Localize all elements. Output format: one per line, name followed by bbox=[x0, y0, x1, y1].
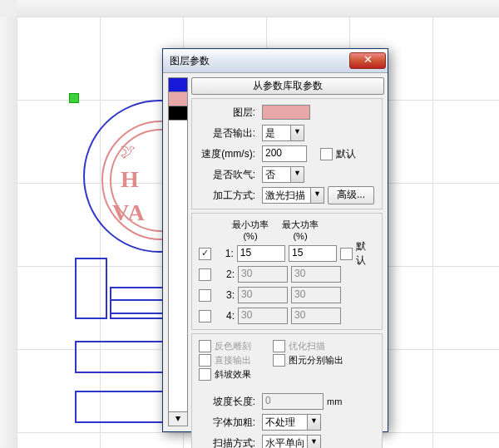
mode-combo[interactable]: 激光扫描▼ bbox=[262, 187, 324, 204]
slope-len-label: 坡度长度: bbox=[199, 395, 259, 409]
p1-max-input[interactable]: 15 bbox=[289, 245, 337, 262]
mode-label: 加工方式: bbox=[199, 189, 259, 203]
p4-checkbox[interactable] bbox=[199, 310, 211, 322]
layer-params-dialog: 图层参数 ▾ 从参数库取参数 图层: 是否输出: 是▼ 速度(mm/s): 20… bbox=[162, 48, 388, 432]
neg-engrave-checkbox[interactable] bbox=[199, 340, 211, 352]
elem-out-checkbox[interactable] bbox=[273, 354, 285, 367]
power-default-label: 默认 bbox=[356, 239, 375, 268]
layer-label: 图层: bbox=[199, 106, 259, 120]
p1-label: 1: bbox=[215, 248, 234, 259]
p4-max-input: 30 bbox=[291, 308, 341, 324]
dialog-titlebar[interactable]: 图层参数 bbox=[163, 49, 388, 73]
close-button[interactable] bbox=[349, 52, 386, 69]
slope-checkbox[interactable] bbox=[199, 368, 211, 381]
blow-combo[interactable]: 否▼ bbox=[262, 166, 304, 183]
basic-group: 图层: 是否输出: 是▼ 速度(mm/s): 200 默认 是否吹气: 否▼ 加… bbox=[191, 98, 383, 209]
direct-out-checkbox[interactable] bbox=[199, 354, 211, 367]
swatch-black[interactable] bbox=[169, 106, 187, 121]
power-header: 最小功率(%)最大功率(%) bbox=[199, 219, 375, 241]
heart-text-2: VA bbox=[112, 199, 146, 226]
selection-handle[interactable] bbox=[69, 93, 79, 103]
layer-color-chip[interactable] bbox=[262, 105, 310, 120]
ruler-vertical bbox=[0, 17, 17, 448]
scan-group: 反色雕刻 直接输出 斜坡效果 优化扫描 图元分别输出 坡度长度: 0 mm 字体… bbox=[191, 333, 383, 448]
blow-label: 是否吹气: bbox=[199, 168, 259, 182]
font-bold-combo[interactable]: 不处理▼ bbox=[262, 414, 321, 431]
p3-max-input: 30 bbox=[291, 287, 341, 303]
font-bold-label: 字体加粗: bbox=[199, 416, 259, 430]
sidebar-scroll-down[interactable]: ▾ bbox=[169, 411, 187, 426]
p4-label: 4: bbox=[215, 310, 235, 322]
scan-dir-label: 扫描方式: bbox=[199, 436, 259, 449]
heart-text-1: H bbox=[121, 166, 141, 193]
ruler-corner bbox=[0, 0, 17, 17]
speed-default-label: 默认 bbox=[336, 147, 356, 161]
output-label: 是否输出: bbox=[199, 126, 259, 140]
ruler-horizontal bbox=[17, 0, 499, 17]
p2-max-input: 30 bbox=[291, 266, 341, 283]
dialog-body: 从参数库取参数 图层: 是否输出: 是▼ 速度(mm/s): 200 默认 是否… bbox=[191, 77, 383, 426]
p4-min-input: 30 bbox=[238, 308, 288, 324]
load-from-library-button[interactable]: 从参数库取参数 bbox=[191, 77, 384, 95]
speed-default-checkbox[interactable] bbox=[320, 148, 333, 160]
p1-min-input[interactable]: 15 bbox=[237, 245, 285, 262]
p3-min-input: 30 bbox=[238, 287, 288, 303]
power-default-checkbox[interactable] bbox=[340, 248, 353, 260]
p3-checkbox[interactable] bbox=[199, 289, 211, 302]
swatch-blue[interactable] bbox=[169, 78, 187, 92]
power-group: 最小功率(%)最大功率(%) 1: 15 15 默认 2: 30 30 3: 3… bbox=[191, 213, 383, 330]
scan-dir-combo[interactable]: 水平单向▼ bbox=[262, 435, 321, 448]
swatch-pink[interactable] bbox=[169, 92, 187, 106]
p3-label: 3: bbox=[215, 289, 235, 301]
dove-icon: 🕊 bbox=[121, 143, 136, 160]
chevron-down-icon: ▼ bbox=[290, 167, 304, 182]
speed-input[interactable]: 200 bbox=[262, 145, 307, 162]
opt-scan-checkbox[interactable] bbox=[273, 340, 285, 352]
shape-box-1[interactable] bbox=[75, 258, 107, 319]
p2-label: 2: bbox=[215, 268, 235, 280]
color-sidebar: ▾ bbox=[168, 77, 188, 426]
chevron-down-icon: ▼ bbox=[307, 415, 320, 430]
chevron-down-icon: ▼ bbox=[290, 126, 304, 140]
speed-label: 速度(mm/s): bbox=[199, 147, 259, 161]
advanced1-button[interactable]: 高级... bbox=[328, 186, 374, 204]
p2-checkbox[interactable] bbox=[199, 268, 211, 281]
chevron-down-icon: ▼ bbox=[310, 188, 324, 203]
p1-checkbox[interactable] bbox=[199, 248, 211, 260]
p2-min-input: 30 bbox=[238, 266, 288, 283]
slope-len-input: 0 bbox=[262, 393, 324, 410]
chevron-down-icon: ▼ bbox=[307, 436, 320, 448]
output-combo[interactable]: 是▼ bbox=[262, 125, 304, 141]
dialog-title: 图层参数 bbox=[170, 54, 349, 68]
